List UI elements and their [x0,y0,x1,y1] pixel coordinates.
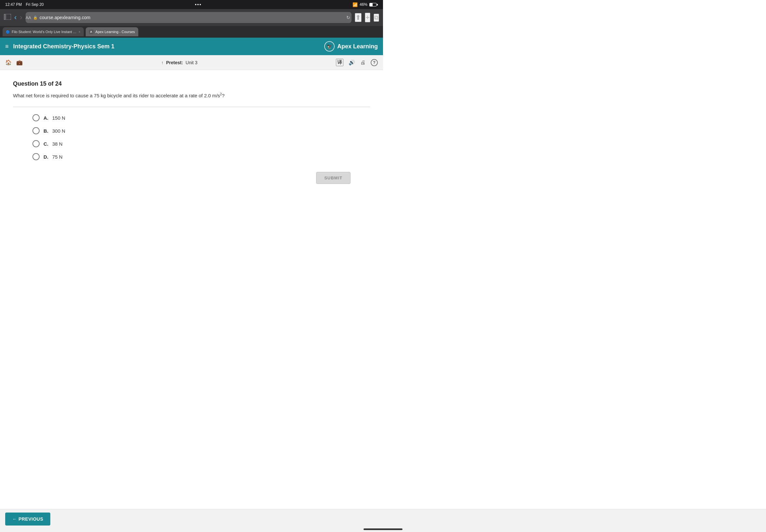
audio-icon[interactable]: 🔊 [348,59,355,66]
svg-rect-1 [4,14,6,20]
tab-apex[interactable]: A Apex Learning - Courses [86,27,138,36]
answer-option-b[interactable]: B. 300 N [32,127,370,134]
back-button[interactable]: ‹ [14,13,17,22]
apex-logo: 🦅 Apex Learning [324,41,378,52]
pretest-unit: Unit 3 [186,60,198,65]
tab-filo-favicon: 🔵 [6,30,10,34]
answer-text-d: 75 N [52,154,63,160]
app-header: ≡ Integrated Chemistry-Physics Sem 1 🦅 A… [0,38,383,55]
forward-button[interactable]: › [20,13,22,22]
answer-options: A. 150 N B. 300 N C. 38 N D. 75 N [13,114,370,160]
lock-icon: 🔒 [33,16,38,20]
radio-c[interactable] [32,140,40,147]
question-number: Question 15 of 24 [13,80,370,87]
up-arrow-icon: ↑ [161,60,164,65]
address-bar[interactable]: AA 🔒 course.apexlearning.com ↻ [26,12,351,23]
dot3 [200,4,201,5]
battery-percent: 46% [359,2,367,7]
share-button[interactable]: ⬆ [355,13,361,22]
sidebar-toggle-button[interactable] [4,14,11,21]
question-text: What net force is required to cause a 75… [13,92,240,100]
answer-option-c[interactable]: C. 38 N [32,140,370,147]
answer-option-a[interactable]: A. 150 N [32,114,370,121]
tab-apex-favicon: A [89,30,93,34]
tab-bar: 🔵 Filo Student: World's Only Live Instan… [0,26,383,38]
main-content: Question 15 of 24 What net force is requ… [0,70,383,252]
help-icon[interactable]: ? [371,59,378,66]
apex-logo-text: Apex Learning [337,43,378,50]
tab-filo[interactable]: 🔵 Filo Student: World's Only Live Instan… [3,27,84,36]
tab-filo-label: Filo Student: World's Only Live Instant … [12,30,77,34]
answer-letter-c: C. [43,141,48,147]
toolbar: 🏠 💼 ↑ Pretest: Unit 3 译 🔊 🖨 ? [0,55,383,70]
hamburger-menu-button[interactable]: ≡ [5,43,9,50]
submit-button[interactable]: SUBMIT [316,172,350,184]
svg-text:🦅: 🦅 [327,44,332,49]
pretest-label: Pretest: [166,60,183,65]
answer-letter-b: B. [43,128,48,134]
tab-filo-close[interactable]: × [79,30,80,34]
question-divider [13,107,370,107]
dot1 [195,4,196,5]
browser-chrome: ‹ › AA 🔒 course.apexlearning.com ↻ ⬆ + ⧉ [0,9,383,26]
radio-a[interactable] [32,114,40,121]
apex-logo-icon: 🦅 [324,41,334,52]
answer-text-b: 300 N [52,128,65,134]
home-icon[interactable]: 🏠 [5,59,12,66]
submit-area: SUBMIT [13,172,370,184]
tab-apex-label: Apex Learning - Courses [95,30,135,34]
font-size-label: AA [26,15,31,20]
answer-text-c: 38 N [52,141,63,147]
status-time: 12:47 PM [5,2,22,7]
refresh-button[interactable]: ↻ [346,15,350,20]
print-icon[interactable]: 🖨 [360,60,365,66]
answer-option-d[interactable]: D. 75 N [32,153,370,160]
wifi-icon: 📶 [352,2,358,7]
sidebar-icon [4,14,11,20]
translate-icon[interactable]: 译 [336,59,343,66]
briefcase-icon[interactable]: 💼 [16,59,23,66]
course-title: Integrated Chemistry-Physics Sem 1 [13,43,115,50]
add-tab-button[interactable]: + [365,13,370,22]
radio-d[interactable] [32,153,40,160]
answer-letter-a: A. [43,115,48,121]
status-bar: 12:47 PM Fri Sep 20 📶 46% [0,0,383,9]
dot2 [197,4,199,5]
radio-b[interactable] [32,127,40,134]
tabs-button[interactable]: ⧉ [373,14,379,22]
status-date: Fri Sep 20 [26,2,43,7]
battery-icon [369,3,378,6]
url-text: course.apexlearning.com [40,15,90,20]
answer-letter-d: D. [43,154,48,160]
answer-text-a: 150 N [52,115,65,121]
